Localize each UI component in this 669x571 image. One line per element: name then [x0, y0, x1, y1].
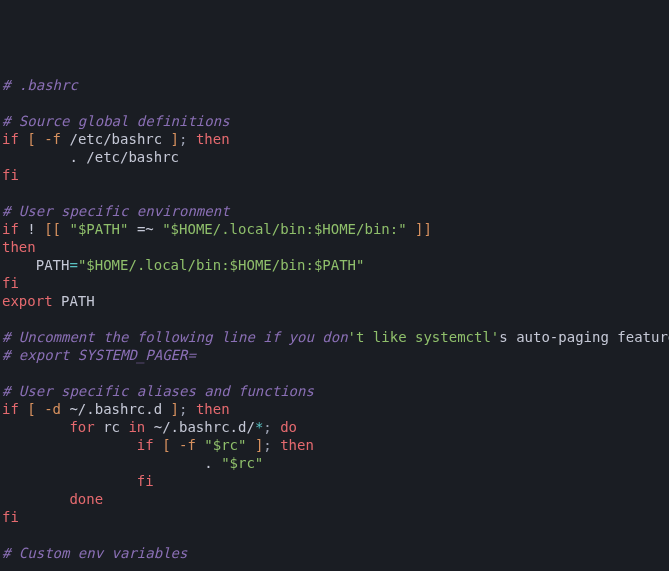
- var-token: PATH: [2, 257, 69, 273]
- keyword-token: then: [272, 437, 314, 453]
- keyword-token: then: [2, 239, 36, 255]
- keyword-token: fi: [2, 275, 19, 291]
- path-token: ~/.bashrc.d: [61, 401, 171, 417]
- code-line: if ! [[ "$PATH" =~ "$HOME/.local/bin:$HO…: [2, 220, 667, 238]
- text-token: s auto-paging feature:: [499, 329, 669, 345]
- code-line: if [ -f "$rc" ]; then: [2, 436, 667, 454]
- blank-line: [2, 310, 667, 328]
- code-line: # Uncomment the following line if you do…: [2, 328, 667, 346]
- comment-token: # .bashrc: [2, 77, 78, 93]
- comment-token: # User specific aliases and functions: [2, 383, 314, 399]
- comment-token: # export SYSTEMD_PAGER=: [2, 347, 196, 363]
- match-op-token: =~: [128, 221, 162, 237]
- bracket-token: ]: [246, 437, 263, 453]
- code-line: export PATH: [2, 292, 667, 310]
- keyword-token: fi: [2, 473, 154, 489]
- glob-prefix-token: ~/.bashrc.d/: [145, 419, 255, 435]
- flag-token: -d: [44, 401, 61, 417]
- code-line: then: [2, 238, 667, 256]
- comment-token: # Custom env variables: [2, 545, 187, 561]
- string-token: "$HOME/.local/bin:$HOME/bin:": [162, 221, 406, 237]
- indent-token: .: [2, 455, 221, 471]
- source-cmd-token: . /etc/bashrc: [2, 149, 179, 165]
- var-token: PATH: [53, 293, 95, 309]
- code-line: fi: [2, 508, 667, 526]
- keyword-token: fi: [2, 167, 19, 183]
- code-line: if [ -f /etc/bashrc ]; then: [2, 130, 667, 148]
- keyword-token: if: [2, 131, 19, 147]
- keyword-token: then: [187, 131, 229, 147]
- blank-line: [2, 526, 667, 544]
- bracket-token: ]: [171, 401, 179, 417]
- dbracket-token: [[: [44, 221, 69, 237]
- string-token: "$rc": [221, 455, 263, 471]
- keyword-token: fi: [2, 509, 19, 525]
- var-token: rc: [95, 419, 129, 435]
- comment-token: # Source global definitions: [2, 113, 230, 129]
- code-line: done: [2, 490, 667, 508]
- comment-token: # Uncomment the following line if you do…: [2, 329, 348, 345]
- code-line: # User specific environment: [2, 202, 667, 220]
- flag-token: -f: [44, 131, 61, 147]
- blank-line: [2, 94, 667, 112]
- code-line: # Source global definitions: [2, 112, 667, 130]
- keyword-token: if: [2, 437, 154, 453]
- comment-token: # User specific environment: [2, 203, 230, 219]
- code-line: fi: [2, 166, 667, 184]
- blank-line: [2, 184, 667, 202]
- keyword-token: if: [2, 401, 19, 417]
- bracket-token: [: [19, 401, 44, 417]
- path-token: /etc/bashrc: [61, 131, 171, 147]
- bracket-token: [: [154, 437, 179, 453]
- code-line: PATH="$HOME/.local/bin:$HOME/bin:$PATH": [2, 256, 667, 274]
- keyword-token: in: [128, 419, 145, 435]
- code-line: fi: [2, 274, 667, 292]
- blank-line: [2, 364, 667, 382]
- bracket-token: ]: [171, 131, 179, 147]
- string-token: "$PATH": [69, 221, 128, 237]
- string-token: "$rc": [196, 437, 247, 453]
- flag-token: -f: [179, 437, 196, 453]
- code-line: # .bashrc: [2, 76, 667, 94]
- bang-token: !: [19, 221, 44, 237]
- blank-line: [2, 562, 667, 571]
- string-token: "$HOME/.local/bin:$HOME/bin:$PATH": [78, 257, 365, 273]
- keyword-token: if: [2, 221, 19, 237]
- dbracket-token: ]]: [407, 221, 432, 237]
- export-keyword: export: [2, 293, 53, 309]
- code-line: . "$rc": [2, 454, 667, 472]
- code-line: for rc in ~/.bashrc.d/*; do: [2, 418, 667, 436]
- keyword-token: do: [272, 419, 297, 435]
- eq-token: =: [69, 257, 77, 273]
- code-line: # Custom env variables: [2, 544, 667, 562]
- keyword-token: then: [187, 401, 229, 417]
- bracket-token: [: [27, 131, 35, 147]
- code-editor-viewport[interactable]: # .bashrc # Source global definitionsif …: [2, 76, 667, 571]
- string-token: 't like systemctl': [348, 329, 500, 345]
- code-line: fi: [2, 472, 667, 490]
- keyword-token: for: [2, 419, 95, 435]
- punct-token: ;: [263, 419, 271, 435]
- code-line: # export SYSTEMD_PAGER=: [2, 346, 667, 364]
- code-line: # User specific aliases and functions: [2, 382, 667, 400]
- punct-token: ;: [263, 437, 271, 453]
- code-line: if [ -d ~/.bashrc.d ]; then: [2, 400, 667, 418]
- keyword-token: done: [2, 491, 103, 507]
- code-line: . /etc/bashrc: [2, 148, 667, 166]
